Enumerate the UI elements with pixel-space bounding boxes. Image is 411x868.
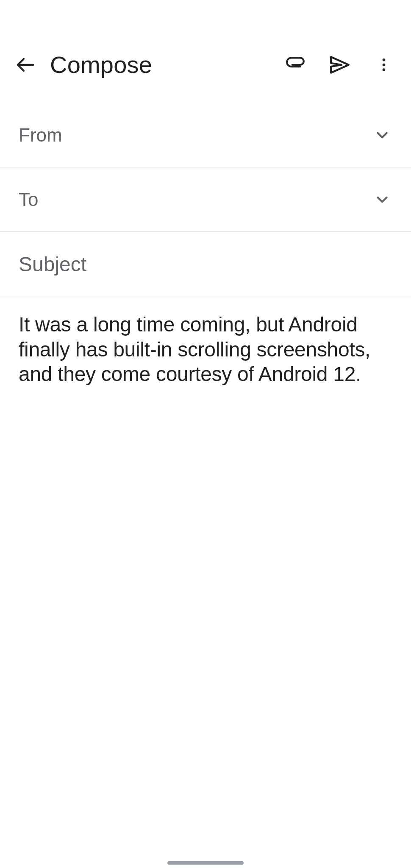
svg-point-4 [383,68,386,71]
gesture-handle[interactable] [167,861,244,865]
paperclip-icon [285,54,306,75]
from-field[interactable]: From [0,103,411,167]
from-expand-button[interactable] [372,125,392,145]
subject-row [0,232,411,297]
svg-point-2 [383,58,386,61]
attach-button[interactable] [279,48,313,82]
arrow-left-icon [15,55,36,75]
send-button[interactable] [323,48,357,82]
to-expand-button[interactable] [372,189,392,210]
to-field[interactable]: To [0,167,411,232]
chevron-down-icon [373,126,391,144]
svg-marker-1 [331,57,349,73]
back-button[interactable] [8,48,42,82]
from-label: From [19,125,372,146]
more-options-button[interactable] [367,48,401,82]
send-icon [329,54,350,75]
body-input[interactable]: It was a long time coming, but Android f… [19,312,392,387]
svg-point-3 [383,63,386,66]
app-bar: Compose [0,0,411,83]
to-label: To [19,189,372,210]
subject-input[interactable] [19,253,392,276]
action-bar [279,48,401,82]
chevron-down-icon [373,191,391,209]
page-title: Compose [50,51,279,78]
navigation-bar [0,855,411,868]
more-vertical-icon [375,56,392,73]
body-area: It was a long time coming, but Android f… [0,297,411,855]
